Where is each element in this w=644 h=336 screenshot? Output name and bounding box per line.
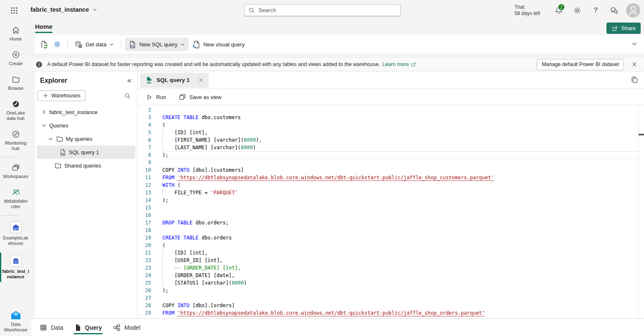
rail-item-data-warehouse[interactable]: DataWarehouse (0, 310, 31, 333)
rail-item-monitoring-hub[interactable]: Monitoringhub (0, 130, 31, 151)
code-line-21[interactable]: 21 [ID] [int], (138, 249, 644, 257)
lakehouse-icon (10, 221, 22, 233)
code-text: FROM 'https://dbtlabsynapsedatalake.blob… (162, 174, 644, 181)
new-visual-query-button[interactable]: New visual query (189, 38, 248, 51)
folder-icon (56, 135, 63, 143)
browse-icon (12, 75, 20, 84)
feedback-button[interactable] (606, 3, 622, 18)
code-line-7[interactable]: 7 [LAST_NAME] [varchar](8000) (138, 144, 644, 151)
view-tab-data[interactable]: Data (39, 319, 64, 336)
code-text: CREATE TABLE dbo.customers (162, 114, 644, 121)
banner-close-button[interactable] (628, 58, 641, 71)
code-line-27[interactable]: 27 (138, 294, 644, 302)
explorer-search-button[interactable] (121, 90, 133, 102)
editor-scrollbar[interactable] (638, 105, 644, 318)
sql-code-editor[interactable]: 23CREATE TABLE dbo.customers4(5 [ID] [in… (138, 105, 644, 318)
add-warehouses-button[interactable]: Warehouses (38, 90, 86, 101)
code-line-25[interactable]: 25 [STATUS] [varchar](8000) (138, 279, 644, 287)
code-line-26[interactable]: 26); (138, 287, 644, 294)
code-line-10[interactable]: 10COPY INTO [dbo].[customers] (138, 166, 644, 174)
save-as-view-button[interactable]: Save as view (179, 93, 222, 101)
manage-default-dataset-button[interactable]: Manage default Power BI dataset (537, 59, 624, 70)
rail-item-browse[interactable]: Browse (0, 75, 31, 91)
line-number: 18 (138, 227, 162, 234)
code-line-24[interactable]: 24 [ORDER_DATE] [date], (138, 272, 644, 279)
visual-query-document-icon (192, 41, 200, 48)
rail-item-label: Create (9, 61, 23, 66)
tree-item-queries[interactable]: Queries (37, 119, 135, 132)
code-line-17[interactable]: 17DROP TABLE dbo.orders; (138, 219, 644, 227)
code-line-15[interactable]: 15 (138, 204, 644, 211)
rail-item-onelake-data-hub[interactable]: OneLakedata hub (0, 100, 31, 121)
line-number: 2 (138, 106, 162, 114)
code-line-18[interactable]: 18 (138, 227, 644, 234)
learn-more-link[interactable]: Learn more (382, 61, 416, 67)
code-line-28[interactable]: 28COPY INTO [dbo].[orders] (138, 302, 644, 309)
save-as-view-icon (179, 93, 186, 101)
info-banner: A default Power BI dataset for faster re… (31, 57, 644, 71)
code-line-6[interactable]: 6 [FIRST_NAME] [varchar](8000), (138, 136, 644, 144)
code-line-4[interactable]: 4( (138, 121, 644, 129)
chevron-down-icon[interactable] (48, 136, 53, 142)
waffle-menu-icon[interactable] (10, 6, 18, 15)
query-tab-sql-query-1[interactable]: SQL SQL query 1 (140, 73, 209, 88)
rail-item-examplelakehouse[interactable]: ExampleLakehouse (0, 221, 31, 246)
search-input[interactable]: Search (244, 4, 401, 16)
search-placeholder: Search (258, 7, 276, 13)
rail-item-workspaces[interactable]: Workspaces (0, 163, 31, 179)
rail-item-create[interactable]: Create (0, 51, 31, 66)
code-line-12[interactable]: 12WITH ( (138, 181, 644, 189)
line-number: 21 (138, 249, 162, 257)
copy-button[interactable] (631, 76, 639, 84)
code-line-2[interactable]: 2 (138, 106, 644, 114)
avatar[interactable] (626, 3, 640, 18)
tree-item-shared-queries[interactable]: Shared queries (37, 159, 135, 172)
close-tab-icon[interactable] (198, 77, 204, 83)
warehouse-icon (10, 255, 22, 267)
code-line-29[interactable]: 29FROM 'https://dbtlabsynapsedatalake.bl… (138, 309, 644, 317)
share-button[interactable]: Share (606, 23, 641, 34)
external-link-icon (411, 62, 416, 67)
tree-item-fabric-test-instance[interactable]: fabric_test_instance (37, 105, 135, 119)
ribbon-collapse-chevron[interactable] (631, 41, 637, 47)
new-sql-query-button[interactable]: SQL New SQL query (125, 38, 189, 51)
code-line-19[interactable]: 19CREATE TABLE dbo.orders (138, 234, 644, 242)
code-line-22[interactable]: 22 [USER_ID] [int], (138, 257, 644, 264)
refresh-script-button[interactable] (37, 38, 51, 51)
get-data-button[interactable]: Get data (71, 38, 118, 51)
code-line-23[interactable]: 23 -- [ORDER_DATE] [int], (138, 264, 644, 272)
line-number: 15 (138, 204, 162, 211)
chevron-right-icon[interactable] (41, 109, 47, 115)
rail-item-dbtlabsfabricdev[interactable]: dbtlabsfabricdev (0, 188, 31, 209)
notifications-button[interactable]: 2 (551, 3, 567, 18)
line-number: 23 (138, 264, 162, 272)
view-tab-model[interactable]: Model (112, 319, 141, 336)
code-line-20[interactable]: 20( (138, 242, 644, 249)
code-line-16[interactable]: 16 (138, 211, 644, 219)
tree-item-sql-query-1[interactable]: SQLSQL query 1 (37, 145, 135, 159)
overview-ruler-mark (639, 134, 644, 135)
chevron-down-icon[interactable] (41, 122, 47, 128)
collapse-panel-icon[interactable]: « (127, 76, 131, 85)
rail-item-home[interactable]: Home (0, 26, 31, 42)
code-line-5[interactable]: 5 [ID] [int], (138, 129, 644, 136)
settings-gear-button[interactable] (51, 38, 64, 51)
code-line-14[interactable]: 14); (138, 196, 644, 204)
view-tab-query[interactable]: Query (73, 319, 103, 336)
code-line-3[interactable]: 3CREATE TABLE dbo.customers (138, 114, 644, 121)
code-line-8[interactable]: 8); (138, 151, 644, 159)
code-text: [ID] [int], (162, 129, 644, 136)
editor-pane: SQL SQL query 1 Run Save as view 23CREAT… (138, 71, 644, 318)
workspace-title-dropdown[interactable]: fabric_test_instance (30, 6, 97, 13)
view-tab-label: Model (124, 324, 140, 331)
tree-item-my-queries[interactable]: My queries (37, 132, 135, 145)
tab-home[interactable]: Home (35, 23, 53, 33)
rail-item-fabric-test-instance[interactable]: fabric_test_instance (0, 255, 31, 280)
code-line-11[interactable]: 11FROM 'https://dbtlabsynapsedatalake.bl… (138, 174, 644, 181)
settings-button[interactable] (569, 3, 585, 18)
code-line-13[interactable]: 13 FILE_TYPE = 'PARQUET' (138, 189, 644, 196)
workspaces-icon (12, 163, 20, 172)
run-button[interactable]: Run (146, 94, 166, 101)
code-line-9[interactable]: 9 (138, 159, 644, 166)
help-button[interactable]: ? (588, 3, 604, 18)
